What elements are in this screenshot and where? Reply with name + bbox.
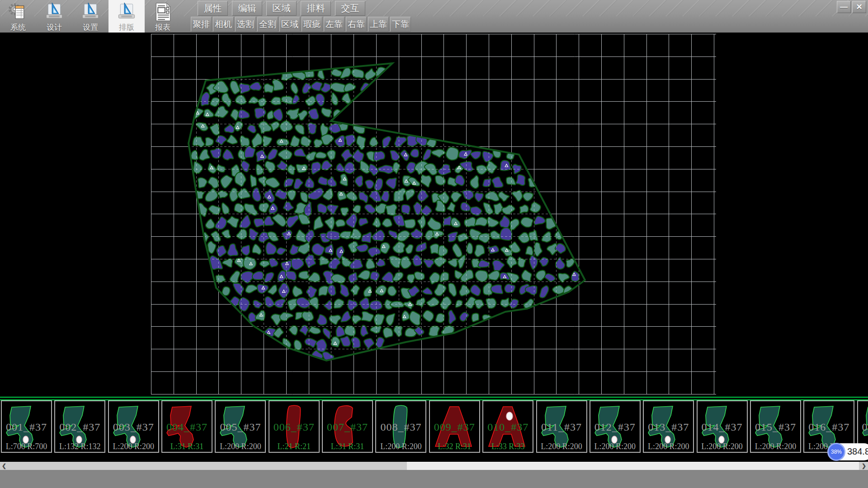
tool-camera[interactable]: 相机 (213, 17, 234, 32)
tool-select-cut[interactable]: 选割 (235, 17, 256, 32)
piece-id-label: 008_#37 (376, 421, 425, 433)
tool-defect[interactable]: 瑕疵 (302, 17, 322, 32)
piece-id-label: 005_#37 (216, 421, 265, 433)
piece-lr-count-label: L:200 R:200 (537, 442, 586, 451)
gear-notebook-icon (8, 2, 28, 22)
system-button-label: 系统 (10, 22, 26, 33)
piece-lr-count-label: L:31 R:31 (323, 442, 372, 451)
piece-lr-count-label: L:200 R:200 (216, 442, 265, 451)
thumbnail-cell[interactable]: 001_#37L:700 R:700 (1, 400, 52, 453)
thumbnail-cell[interactable]: 013_#37L:200 R:200 (643, 400, 694, 453)
piece-id-label: 011_#37 (537, 421, 586, 433)
tool-align-right[interactable]: 右靠 (346, 17, 367, 32)
tool-button-row: 聚排 相机 选割 全割 区域 瑕疵 左靠 右靠 上靠 下靠 (191, 17, 411, 32)
piece-thumbnail-strip: 001_#37L:700 R:700002_#37L:132 R:132003_… (0, 397, 868, 462)
close-button[interactable]: ✕ (852, 1, 866, 13)
piece-id-label: 017_#37 (858, 421, 868, 433)
piece-id-label: 014_#37 (698, 421, 747, 433)
app-window: 系统 设计 设置 (0, 0, 868, 488)
scrollbar-thumb[interactable] (407, 462, 859, 470)
settings-button-label: 设置 (83, 22, 98, 33)
design-button-label: 设计 (47, 22, 62, 33)
piece-lr-count-label: L:200 R:200 (698, 442, 747, 451)
thumbnail-cell[interactable]: 005_#37L:200 R:200 (215, 400, 266, 453)
piece-id-label: 009_#37 (430, 421, 479, 433)
piece-lr-count-label: L:33 R:33 (483, 442, 533, 451)
progress-circle: 38% (827, 443, 845, 461)
piece-lr-count-label: L:31 R:31 (162, 442, 212, 451)
piece-id-label: 001_#37 (2, 421, 51, 433)
piece-lr-count-label: L:200 R:200 (376, 442, 425, 451)
ruler-laptop-icon (80, 2, 101, 22)
thumbnail-cell[interactable]: 012_#37L:200 R:200 (590, 400, 641, 453)
piece-id-label: 002_#37 (55, 421, 104, 433)
piece-lr-count-label: L:21 R:21 (269, 442, 319, 451)
design-button[interactable]: 设计 (36, 0, 72, 33)
thumbnail-cell[interactable]: 015_#37L:200 R:200 (750, 400, 801, 453)
piece-id-label: 003_#37 (109, 421, 158, 433)
system-button[interactable]: 系统 (0, 0, 36, 33)
piece-lr-count-label: L:200 R:200 (109, 442, 158, 451)
piece-id-label: 012_#37 (590, 421, 640, 433)
piece-lr-count-label: L:132 R:132 (55, 442, 104, 451)
piece-id-label: 016_#37 (804, 421, 854, 433)
piece-id-label: 007_#37 (323, 421, 372, 433)
settings-button[interactable]: 设置 (72, 0, 108, 33)
piece-lr-count-label: L:200 R:200 (644, 442, 693, 451)
tab-edit[interactable]: 编辑 (232, 1, 262, 16)
ruler-laptop-icon (116, 2, 137, 22)
thumbnail-cell[interactable]: 003_#37L:200 R:200 (108, 400, 159, 453)
thumbnail-cells: 001_#37L:700 R:700002_#37L:132 R:132003_… (0, 400, 868, 454)
thumbnail-cell[interactable]: 006_#37L:21 R:21 (269, 400, 320, 453)
thumbnail-cell[interactable]: 008_#37L:200 R:200 (375, 400, 426, 453)
nesting-button-label: 排版 (119, 22, 134, 33)
scroll-right-arrow-icon[interactable]: ❯ (860, 462, 868, 470)
piece-lr-count-label: L:200 R:200 (751, 442, 800, 451)
piece-lr-count-label: L:32 R:31 (430, 442, 479, 451)
thumbnail-cell[interactable]: 002_#37L:132 R:132 (54, 400, 105, 453)
piece-id-label: 015_#37 (751, 421, 800, 433)
tool-cut-all[interactable]: 全割 (257, 17, 278, 32)
thumbnail-cell[interactable]: 007_#37L:31 R:31 (322, 400, 373, 453)
memory-value: 384.8M (847, 446, 868, 457)
tool-align-bottom[interactable]: 下靠 (390, 17, 411, 32)
ruler-laptop-icon (44, 2, 65, 22)
piece-id-label: 004_#37 (162, 421, 212, 433)
tab-nesting[interactable]: 排料 (301, 1, 331, 16)
nesting-canvas[interactable] (0, 33, 868, 397)
big-button-bar: 系统 设计 设置 (0, 0, 181, 33)
horizontal-scrollbar[interactable]: ❮ ❯ (0, 462, 868, 470)
tool-cluster-nest[interactable]: 聚排 (191, 17, 212, 32)
report-document-icon (152, 2, 173, 22)
tool-align-left[interactable]: 左靠 (324, 17, 344, 32)
piece-id-label: 013_#37 (644, 421, 693, 433)
tool-align-top[interactable]: 上靠 (368, 17, 389, 32)
thumbnail-cell[interactable]: 011_#37L:200 R:200 (536, 400, 587, 453)
report-button[interactable]: 报表 (145, 0, 181, 33)
nesting-button[interactable]: 排版 (108, 0, 145, 33)
tab-properties[interactable]: 属性 (198, 1, 228, 16)
minimize-button[interactable]: — (837, 1, 851, 13)
thumbnail-cell[interactable]: 010_#37L:33 R:33 (482, 400, 533, 453)
piece-lr-count-label: L:200 R:200 (590, 442, 640, 451)
report-button-label: 报表 (155, 22, 170, 33)
main-toolbar: 系统 设计 设置 (0, 0, 868, 33)
strip-divider-line (0, 397, 868, 398)
menu-tab-row: 属性 编辑 区域 排料 交互 (198, 1, 365, 16)
thumbnail-cell[interactable]: 009_#37L:32 R:31 (429, 400, 480, 453)
piece-lr-count-label: L:700 R:700 (2, 442, 51, 451)
tab-region[interactable]: 区域 (266, 1, 297, 16)
thumbnail-cell[interactable]: 014_#37L:200 R:200 (697, 400, 748, 453)
thumbnail-cell[interactable]: 004_#37L:31 R:31 (161, 400, 212, 453)
bottom-status-area (0, 470, 868, 488)
scroll-left-arrow-icon[interactable]: ❮ (0, 462, 8, 470)
window-controls: — ✕ (837, 1, 866, 13)
tab-interactive[interactable]: 交互 (335, 1, 365, 16)
piece-id-label: 006_#37 (269, 421, 319, 433)
tool-region[interactable]: 区域 (279, 17, 300, 32)
piece-id-label: 010_#37 (483, 421, 533, 433)
